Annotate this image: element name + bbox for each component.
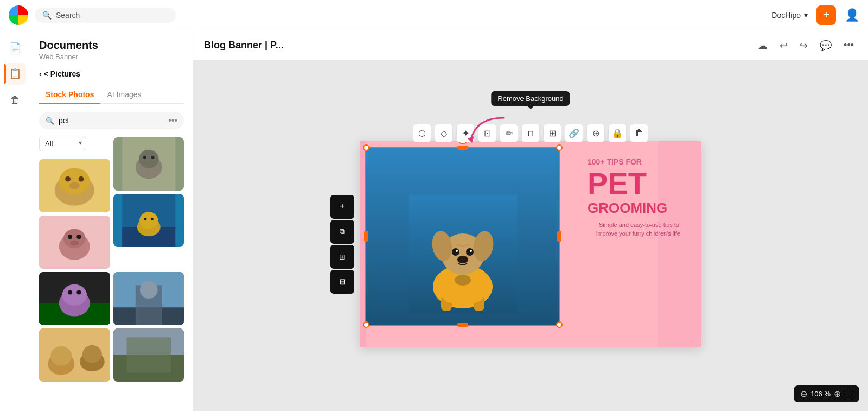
list-item[interactable] <box>113 328 184 382</box>
back-link[interactable]: ‹ < Pictures <box>39 69 184 78</box>
float-toolbar: + ⧉ ⊞ ⊟ <box>330 195 354 294</box>
topbar-right: DocHipo ▾ + 👤 <box>771 5 859 25</box>
photo-thumbnail <box>113 194 184 247</box>
sidebar-item-trash[interactable]: 🗑 <box>4 89 26 111</box>
canvas-heading-grooming: GROOMING <box>588 201 691 215</box>
search-input[interactable] <box>56 11 168 20</box>
filter-wrap: All Animals Nature People <box>39 136 86 151</box>
tool-lock-button[interactable]: 🔒 <box>608 124 627 142</box>
svg-point-3 <box>65 176 71 182</box>
redo-button[interactable]: ↪ <box>796 37 811 54</box>
svg-point-37 <box>82 345 102 363</box>
image-inner <box>366 148 559 325</box>
float-copy-button[interactable]: ⧉ <box>330 220 354 244</box>
fullscreen-button[interactable]: ⛶ <box>844 389 853 399</box>
list-item[interactable] <box>39 159 110 212</box>
handle-corner-tl[interactable] <box>363 144 369 151</box>
handle-mid-r[interactable] <box>557 231 561 242</box>
photo-thumbnail <box>113 272 184 325</box>
handle-corner-br[interactable] <box>556 321 563 328</box>
svg-point-28 <box>76 290 81 294</box>
selected-image-element[interactable]: ⊙ <box>365 147 560 326</box>
float-minus-button[interactable]: ⊟ <box>330 270 354 294</box>
handle-mid-b[interactable] <box>457 323 468 327</box>
list-item[interactable] <box>113 272 184 325</box>
add-button[interactable]: + <box>816 5 836 25</box>
tool-layers-button[interactable]: ⊕ <box>586 124 605 142</box>
list-item[interactable] <box>39 272 110 325</box>
arrow-indicator <box>460 112 509 153</box>
tool-pattern-button[interactable]: ⊞ <box>543 124 561 142</box>
handle-corner-bl[interactable] <box>363 321 369 328</box>
more-button[interactable]: ••• <box>840 37 857 53</box>
topbar: 🔍 DocHipo ▾ + 👤 <box>0 0 868 30</box>
svg-point-20 <box>139 212 158 229</box>
panel-subtitle: Web Banner <box>39 53 184 61</box>
handle-corner-tr[interactable] <box>556 144 563 151</box>
back-label: < Pictures <box>44 69 80 78</box>
photo-thumbnail <box>113 137 184 191</box>
tab-ai-images[interactable]: AI Images <box>100 86 148 104</box>
list-item[interactable] <box>39 328 110 382</box>
sidebar-item-page[interactable]: 📄 <box>4 37 26 59</box>
chevron-down-icon: ▾ <box>804 11 808 20</box>
canvas-text-area: 100+ TIPS FOR PET GROOMING Simple and ea… <box>582 152 696 244</box>
panel: Documents Web Banner ‹ < Pictures Stock … <box>30 30 193 411</box>
list-item[interactable] <box>39 216 110 269</box>
svg-point-4 <box>79 176 84 182</box>
tabs: Stock Photos AI Images <box>39 86 184 104</box>
svg-point-8 <box>138 150 158 168</box>
undo-button[interactable]: ↩ <box>776 37 791 54</box>
svg-point-16 <box>70 241 79 246</box>
dochipo-menu[interactable]: DocHipo ▾ <box>771 11 808 20</box>
dochipo-label: DocHipo <box>771 11 801 20</box>
canvas-scroll: Remove Background ⬡ ◇ ✦ ⊡ ✏ ⊓ ⊞ 🔗 ⊕ 🔒 🗑 <box>193 61 868 411</box>
image-grid <box>39 159 184 382</box>
svg-point-26 <box>62 284 87 306</box>
list-item[interactable] <box>113 137 184 191</box>
back-icon: ‹ <box>39 69 42 78</box>
filter-select[interactable]: All Animals Nature People <box>39 136 86 151</box>
handle-mid-l[interactable] <box>364 231 368 242</box>
left-sidebar: 📄 📋 🗑 <box>0 30 30 411</box>
comment-button[interactable]: 💬 <box>816 37 835 54</box>
doc-header: Blog Banner | P... ☁ ↩ ↪ 💬 ••• <box>193 30 868 61</box>
search-icon: 🔍 <box>42 11 52 20</box>
svg-point-9 <box>143 156 146 159</box>
active-indicator <box>4 64 6 84</box>
zoom-in-button[interactable]: ⊕ <box>834 389 841 399</box>
float-grid-button[interactable]: ⊞ <box>330 245 354 269</box>
more-options-button[interactable]: ••• <box>168 116 177 125</box>
user-icon[interactable]: 👤 <box>845 8 859 22</box>
photo-thumbnail <box>39 272 110 325</box>
svg-point-21 <box>144 218 146 220</box>
doc-title: Blog Banner | P... <box>204 40 746 51</box>
tool-mask-button[interactable]: ⊓ <box>521 124 540 142</box>
sidebar-item-template[interactable]: 📋 <box>4 63 26 85</box>
svg-point-47 <box>455 275 471 286</box>
photo-thumbnail <box>113 328 184 382</box>
tab-stock-photos[interactable]: Stock Photos <box>39 86 100 104</box>
tool-link-button[interactable]: 🔗 <box>565 124 583 142</box>
zoom-out-button[interactable]: ⊖ <box>800 389 807 399</box>
float-add-button[interactable]: + <box>330 195 354 219</box>
svg-point-32 <box>139 281 157 299</box>
svg-point-27 <box>68 290 72 294</box>
dog-svg <box>409 194 517 314</box>
zoom-bar: ⊖ 106 % ⊕ ⛶ <box>794 385 859 402</box>
svg-point-15 <box>76 235 81 239</box>
canvas-body-text: Simple and easy-to-use tips to improve y… <box>588 220 691 238</box>
cloud-save-button[interactable]: ☁ <box>755 37 771 54</box>
panel-collapse-handle[interactable]: ‹ <box>193 210 193 232</box>
zoom-level: 106 % <box>810 390 831 398</box>
tool-remove-bg-button[interactable]: ⬡ <box>413 124 431 142</box>
search-panel-input[interactable]: pet <box>59 116 164 125</box>
design-canvas: + ⧉ ⊞ ⊟ ⊙ <box>360 141 701 347</box>
svg-point-35 <box>50 346 72 365</box>
photo-thumbnail <box>39 159 110 212</box>
tool-delete-button[interactable]: 🗑 <box>630 124 648 142</box>
tool-erase-button[interactable]: ◇ <box>435 124 453 142</box>
svg-point-10 <box>151 156 154 159</box>
list-item[interactable] <box>113 194 184 247</box>
logo-icon[interactable] <box>9 5 28 25</box>
